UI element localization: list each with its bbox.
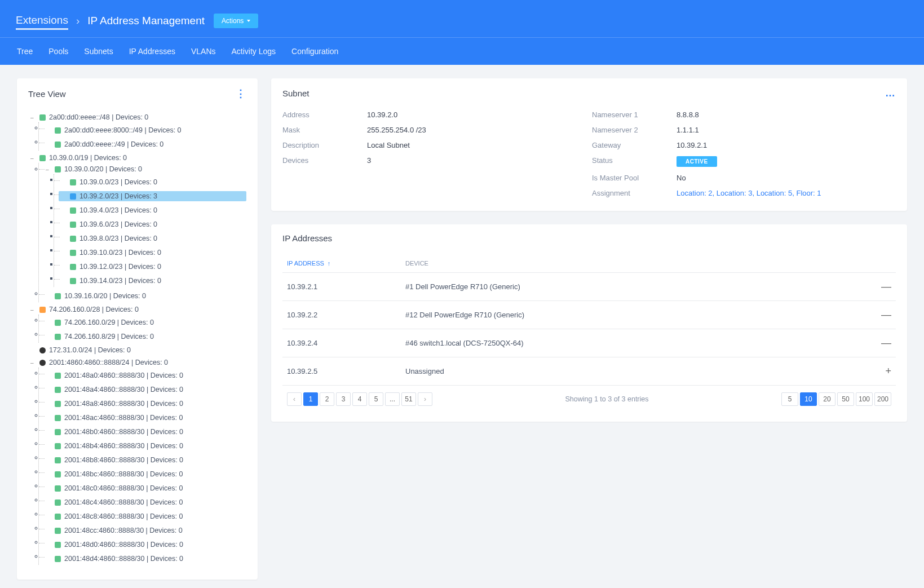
tree-node[interactable]: 2001:48d4:4860::8888/30 | Devices: 0 xyxy=(43,554,246,564)
collapse-icon[interactable]: – xyxy=(30,155,36,161)
tree-node[interactable]: 2001:48c8:4860::8888/30 | Devices: 0 xyxy=(43,511,246,521)
tree-node[interactable]: 2001:48b0:4860::8888/30 | Devices: 0 xyxy=(43,427,246,437)
tree-node[interactable]: 2001:48b8:4860::8888/30 | Devices: 0 xyxy=(43,455,246,465)
tree-node[interactable]: 2001:48c4:4860::8888/30 | Devices: 0 xyxy=(43,497,246,507)
tree-node[interactable]: 10.39.14.0/23 | Devices: 0 xyxy=(59,276,246,286)
tree-node[interactable]: 2001:48b4:4860::8888/30 | Devices: 0 xyxy=(43,441,246,451)
tree-node[interactable]: 74.206.160.8/29 | Devices: 0 xyxy=(43,331,246,342)
pager-page[interactable]: 51 xyxy=(401,392,416,406)
unassign-button[interactable]: — xyxy=(869,281,891,293)
tree-node-label: 10.39.12.0/23 | Devices: 0 xyxy=(79,263,161,271)
green-subnet-icon xyxy=(55,542,61,548)
tree-node[interactable]: 2001:48a4:4860::8888/30 | Devices: 0 xyxy=(43,384,246,395)
col-ip-header[interactable]: IP ADDRESS↑ xyxy=(287,260,405,267)
green-subnet-icon xyxy=(39,114,46,121)
green-subnet-icon xyxy=(70,250,76,256)
ip-row[interactable]: 10.39.2.5Unassigned+ xyxy=(282,357,896,386)
page-size[interactable]: 10 xyxy=(800,392,817,406)
pager-page[interactable]: 5 xyxy=(369,392,383,406)
page-size[interactable]: 5 xyxy=(781,392,798,406)
tree-node[interactable]: –2a00:dd0:eeee::/48 | Devices: 0 xyxy=(28,112,246,122)
tree-node-label: 10.39.16.0/20 | Devices: 0 xyxy=(64,292,146,300)
tree-node[interactable]: 2001:48c0:4860::8888/30 | Devices: 0 xyxy=(43,483,246,493)
tree-node-label: 2001:48a8:4860::8888/30 | Devices: 0 xyxy=(64,400,183,408)
tree-node[interactable]: 172.31.0.0/24 | Devices: 0 xyxy=(28,345,246,355)
ip-row[interactable]: 10.39.2.2#12 Dell PowerEdge R710 (Generi… xyxy=(282,301,896,329)
unassign-button[interactable]: — xyxy=(869,337,891,349)
tree-node[interactable]: 2001:48a8:4860::8888/30 | Devices: 0 xyxy=(43,399,246,409)
tab-vlans[interactable]: VLANs xyxy=(191,38,216,65)
more-icon[interactable]: … xyxy=(885,87,896,99)
ip-table-header: IP ADDRESS↑ DEVICE xyxy=(282,254,896,273)
green-subnet-icon xyxy=(55,320,61,326)
tab-configuration[interactable]: Configuration xyxy=(291,38,338,65)
page-size[interactable]: 100 xyxy=(856,392,873,406)
green-subnet-icon xyxy=(55,142,61,148)
tree-node[interactable]: 10.39.6.0/23 | Devices: 0 xyxy=(59,219,246,229)
pager-page[interactable]: 1 xyxy=(303,392,318,406)
green-subnet-icon xyxy=(70,278,76,284)
page-size[interactable]: 200 xyxy=(874,392,891,406)
tree-node[interactable]: 10.39.12.0/23 | Devices: 0 xyxy=(59,262,246,272)
tab-pools[interactable]: Pools xyxy=(48,38,68,65)
tree-node-label: 10.39.8.0/23 | Devices: 0 xyxy=(79,235,157,242)
green-subnet-icon xyxy=(55,293,61,299)
tree-node-label: 10.39.14.0/23 | Devices: 0 xyxy=(79,277,161,285)
tree-node[interactable]: 2001:48ac:4860::8888/30 | Devices: 0 xyxy=(43,413,246,423)
pager-page[interactable]: ... xyxy=(385,392,400,406)
green-subnet-icon xyxy=(55,514,61,520)
table-pager: ‹ 12345...51› Showing 1 to 3 of 3 entrie… xyxy=(282,386,896,408)
pager-page[interactable]: 3 xyxy=(336,392,351,406)
page-size[interactable]: 50 xyxy=(837,392,854,406)
tree-node[interactable]: –74.206.160.0/28 | Devices: 0 xyxy=(28,304,246,315)
tree-node[interactable]: 74.206.160.0/29 | Devices: 0 xyxy=(43,317,246,328)
assign-button[interactable]: + xyxy=(869,365,891,377)
tab-ip-addresses[interactable]: IP Addresses xyxy=(129,38,175,65)
page-size[interactable]: 20 xyxy=(819,392,835,406)
ns2-label: Nameserver 2 xyxy=(592,126,671,134)
tree-node-label: 2a00:dd0:eeee:8000::/49 | Devices: 0 xyxy=(64,126,182,134)
pager-page[interactable]: 4 xyxy=(352,392,367,406)
tree-node[interactable]: 10.39.10.0/23 | Devices: 0 xyxy=(59,247,246,258)
ip-row[interactable]: 10.39.2.4#46 switch1.local (DCS-7250QX-6… xyxy=(282,329,896,357)
tree-node-label: 2001:48a4:4860::8888/30 | Devices: 0 xyxy=(64,386,183,394)
tree-node[interactable]: 10.39.2.0/23 | Devices: 3 xyxy=(59,191,246,201)
pager-next[interactable]: › xyxy=(418,392,432,406)
tree-node[interactable]: 2001:48a0:4860::8888/30 | Devices: 0 xyxy=(43,370,246,381)
tree-node[interactable]: –2001:4860:4860::8888/24 | Devices: 0 xyxy=(28,357,246,368)
tree-node[interactable]: 2001:48bc:4860::8888/30 | Devices: 0 xyxy=(43,469,246,479)
collapse-icon[interactable]: – xyxy=(30,307,36,313)
tree-node[interactable]: 2001:48cc:4860::8888/30 | Devices: 0 xyxy=(43,525,246,536)
devices-label: Devices xyxy=(282,156,361,167)
tab-activity-logs[interactable]: Activity Logs xyxy=(232,38,276,65)
collapse-icon[interactable]: – xyxy=(30,360,36,366)
pager-page[interactable]: 2 xyxy=(320,392,334,406)
more-icon[interactable]: ⋮ xyxy=(236,87,246,100)
pager-prev[interactable]: ‹ xyxy=(287,392,302,406)
tree-node[interactable]: –10.39.0.0/20 | Devices: 0 xyxy=(43,164,246,174)
tree-node[interactable]: –10.39.0.0/19 | Devices: 0 xyxy=(28,153,246,163)
col-device-header[interactable]: DEVICE xyxy=(405,260,869,267)
tree-node[interactable]: 10.39.8.0/23 | Devices: 0 xyxy=(59,233,246,244)
ip-row[interactable]: 10.39.2.1#1 Dell PowerEdge R710 (Generic… xyxy=(282,273,896,301)
unassign-button[interactable]: — xyxy=(869,309,891,321)
collapse-icon[interactable]: – xyxy=(30,114,36,121)
assignment-link[interactable]: Location: 2, Location: 3, Location: 5, F… xyxy=(677,189,821,197)
ns1-label: Nameserver 1 xyxy=(592,110,671,119)
tree-node[interactable]: 2a00:dd0:eeee:8000::/49 | Devices: 0 xyxy=(43,125,246,135)
tab-tree[interactable]: Tree xyxy=(17,38,33,65)
breadcrumb-current: IP Address Management xyxy=(87,15,205,27)
breadcrumb-parent[interactable]: Extensions xyxy=(16,14,68,30)
tree-node[interactable]: 10.39.0.0/23 | Devices: 0 xyxy=(59,177,246,187)
actions-button[interactable]: Actions xyxy=(214,14,258,28)
green-subnet-icon xyxy=(70,179,76,185)
green-subnet-icon xyxy=(55,415,61,421)
tree-node[interactable]: 2a00:dd0:eeee::/49 | Devices: 0 xyxy=(43,139,246,149)
collapse-icon[interactable]: – xyxy=(46,166,51,173)
tree-node[interactable]: 10.39.4.0/23 | Devices: 0 xyxy=(59,205,246,215)
tree-node[interactable]: 2001:48d0:4860::8888/30 | Devices: 0 xyxy=(43,540,246,550)
tree-node[interactable]: 10.39.16.0/20 | Devices: 0 xyxy=(43,291,246,301)
tab-subnets[interactable]: Subnets xyxy=(84,38,113,65)
tree-node-label: 74.206.160.0/28 | Devices: 0 xyxy=(49,306,139,313)
tree-root: –2a00:dd0:eeee::/48 | Devices: 02a00:dd0… xyxy=(28,111,246,566)
